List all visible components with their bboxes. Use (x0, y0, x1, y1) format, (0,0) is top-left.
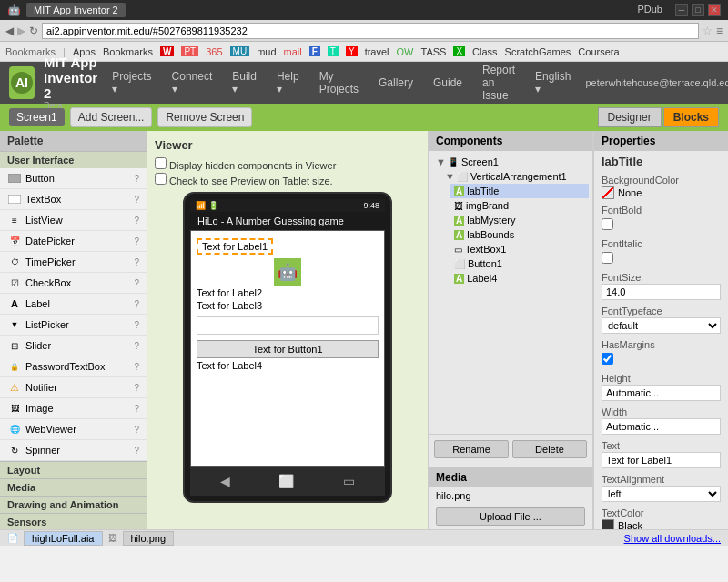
fonttypeface-select[interactable]: default serif sans serif monospace (602, 317, 721, 334)
tablet-preview-check[interactable]: Check to see Preview on Tablet size. (155, 173, 420, 186)
palette-section-sensors[interactable]: Sensors (0, 513, 147, 529)
image-help-icon[interactable]: ? (134, 404, 139, 414)
palette-item-checkbox[interactable]: ☑ CheckBox ? (0, 273, 147, 294)
palette-item-textbox[interactable]: TextBox ? (0, 189, 147, 210)
scratch-link[interactable]: ScratchGames (505, 46, 571, 57)
comp-textbox1[interactable]: ▭ TextBox1 (450, 242, 589, 256)
palette-section-drawing[interactable]: Drawing and Animation (0, 496, 147, 513)
travel-link[interactable]: travel (365, 46, 389, 57)
media-file-item[interactable]: hilo.png (429, 487, 592, 504)
hidden-components-check[interactable]: Display hidden components in Viewer (155, 157, 420, 171)
palette-item-listpicker[interactable]: ▼ ListPicker ? (0, 315, 147, 336)
hidden-components-checkbox[interactable] (155, 157, 167, 169)
webviewer-help-icon[interactable]: ? (134, 425, 139, 435)
comp-labtitle[interactable]: A labTitle (450, 184, 589, 198)
remove-screen-button[interactable]: Remove Screen (157, 107, 252, 127)
palette-item-slider[interactable]: ⊟ Slider ? (0, 336, 147, 356)
nav-gallery[interactable]: Gallery (373, 76, 419, 89)
x-link[interactable]: X (453, 46, 465, 56)
palette-item-notifier[interactable]: ⚠ Notifier ? (0, 377, 147, 398)
comp-labmystery[interactable]: A labMystery (450, 213, 589, 227)
passwordtextbox-help-icon[interactable]: ? (134, 362, 139, 372)
nav-connect[interactable]: Connect ▾ (167, 70, 218, 95)
palette-item-spinner[interactable]: ↻ Spinner ? (0, 440, 147, 461)
datepicker-help-icon[interactable]: ? (134, 236, 139, 246)
nav-projects[interactable]: Projects ▾ (106, 70, 157, 95)
height-input[interactable] (602, 385, 721, 401)
menu-icon[interactable]: ≡ (716, 25, 723, 37)
tablet-preview-checkbox[interactable] (155, 173, 167, 185)
user-email[interactable]: peterwhitehouse@terrace.qld.edu.au (585, 77, 728, 88)
palette-item-passwordtextbox[interactable]: 🔒 PasswordTextBox ? (0, 356, 147, 377)
maximize-button[interactable]: □ (692, 4, 704, 16)
nav-myprojects[interactable]: My Projects (314, 70, 364, 95)
button-help-icon[interactable]: ? (134, 174, 139, 184)
fb-link[interactable]: F (309, 46, 320, 56)
back-nav-icon[interactable]: ◀ (220, 474, 230, 488)
mail-link[interactable]: mail (284, 46, 302, 57)
notifier-help-icon[interactable]: ? (134, 383, 139, 393)
delete-button[interactable]: Delete (512, 440, 587, 458)
blocks-button[interactable]: Blocks (663, 107, 719, 127)
comp-screen1[interactable]: ▼ 📱 Screen1 (432, 155, 589, 169)
ow-link[interactable]: OW (397, 46, 414, 57)
label-help-icon[interactable]: ? (134, 299, 139, 309)
fontsize-input[interactable] (602, 284, 721, 300)
add-screen-button[interactable]: Add Screen... (70, 107, 153, 127)
show-downloads-link[interactable]: Show all downloads... (624, 533, 721, 544)
nav-guide[interactable]: Guide (428, 76, 468, 89)
refresh-icon[interactable]: ↻ (29, 25, 38, 37)
phone-textbox[interactable] (197, 316, 379, 335)
palette-item-label[interactable]: A Label ? (0, 294, 147, 315)
upload-file-button[interactable]: Upload File ... (436, 507, 585, 526)
address-bar[interactable] (42, 23, 699, 39)
home-nav-icon[interactable]: ⬜ (278, 474, 294, 488)
mud-link[interactable]: mud (257, 46, 276, 57)
hasmargins-checkbox[interactable] (602, 353, 613, 365)
palette-item-datepicker[interactable]: 📅 DatePicker ? (0, 231, 147, 252)
comp-button1[interactable]: ⬜ Button1 (450, 256, 589, 271)
status-file1[interactable]: highLoFull.aia (24, 531, 103, 546)
slider-help-icon[interactable]: ? (134, 341, 139, 351)
forward-icon[interactable]: ▶ (17, 25, 25, 37)
nav-help[interactable]: Help ▾ (271, 70, 305, 95)
mu-link[interactable]: MU (230, 46, 250, 56)
bgcolor-value[interactable]: None (602, 186, 721, 199)
status-file2[interactable]: hilo.png (123, 531, 175, 546)
designer-button[interactable]: Designer (598, 107, 662, 127)
palette-section-media[interactable]: Media (0, 478, 147, 496)
width-input[interactable] (602, 418, 721, 435)
comp-vertical-arrangement[interactable]: ▼ ⬜ VerticalArrangement1 (441, 169, 589, 184)
timepicker-help-icon[interactable]: ? (134, 257, 139, 267)
rename-button[interactable]: Rename (434, 440, 509, 458)
palette-section-layout[interactable]: Layout (0, 461, 147, 478)
screen-tab[interactable]: Screen1 (9, 108, 65, 126)
bookmarks-link[interactable]: Bookmarks (103, 46, 153, 57)
comp-imgbrand[interactable]: 🖼 imgBrand (450, 198, 589, 213)
palette-item-webviewer[interactable]: 🌐 WebViewer ? (0, 419, 147, 440)
w-link[interactable]: W (160, 46, 174, 56)
nav-english[interactable]: English ▾ (530, 70, 576, 95)
palette-item-timepicker[interactable]: ⏱ TimePicker ? (0, 252, 147, 273)
minimize-button[interactable]: ─ (675, 4, 688, 16)
class-link[interactable]: Class (472, 46, 498, 57)
recent-nav-icon[interactable]: ▭ (343, 474, 355, 488)
palette-item-button[interactable]: Button ? (0, 168, 147, 189)
comp-label4[interactable]: A Label4 (450, 271, 589, 286)
fontbold-checkbox[interactable] (602, 218, 613, 230)
nav-build[interactable]: Build ▾ (227, 70, 262, 95)
365-link[interactable]: 365 (206, 46, 222, 57)
comp-labbounds[interactable]: A labBounds (450, 227, 589, 242)
pt-link[interactable]: PT (181, 46, 198, 56)
fontitalic-checkbox[interactable] (602, 252, 613, 264)
star-icon[interactable]: ☆ (703, 25, 713, 37)
coursera-link[interactable]: Coursera (578, 46, 619, 57)
listview-help-icon[interactable]: ? (134, 216, 139, 226)
tass-link[interactable]: TASS (420, 46, 446, 57)
t-link[interactable]: T (328, 46, 339, 56)
yt-link[interactable]: Y (346, 46, 358, 56)
phone-button1[interactable]: Text for Button1 (197, 340, 379, 358)
nav-report[interactable]: Report an Issue (477, 64, 521, 102)
textalignment-select[interactable]: left center right (602, 486, 721, 502)
palette-item-listview[interactable]: ≡ ListView ? (0, 210, 147, 231)
